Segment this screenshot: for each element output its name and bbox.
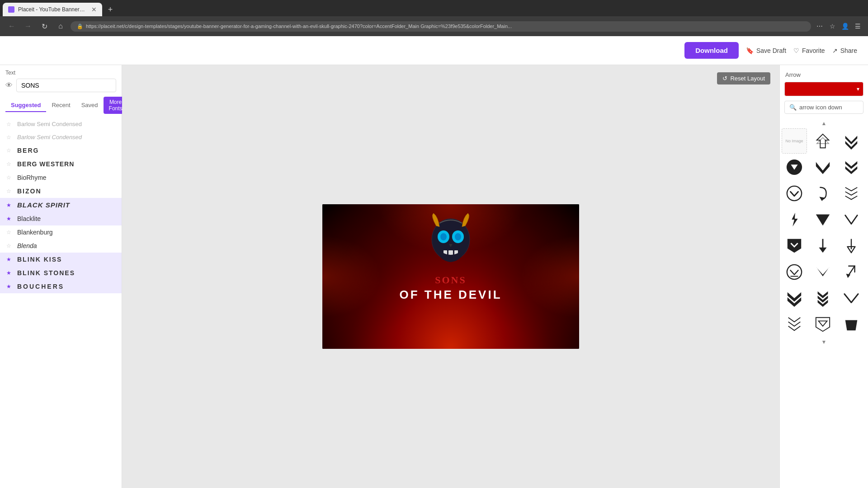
font-item-bizon[interactable]: ☆ BIZON xyxy=(0,184,122,198)
arrow-item-v-outline[interactable] xyxy=(839,286,864,311)
star-icon[interactable]: ☆ xyxy=(6,188,13,194)
star-icon[interactable]: ★ xyxy=(6,202,13,208)
font-item-bouchers[interactable]: ★ BOUCHERS xyxy=(0,280,122,293)
arrow-svg xyxy=(814,185,831,202)
forward-button[interactable]: → xyxy=(22,20,34,33)
arrow-item-triple-chevron-outline-2[interactable] xyxy=(782,312,807,337)
arrow-item-fancy-diagonal-arrow[interactable] xyxy=(839,259,864,285)
font-name: BOUCHERS xyxy=(17,283,64,290)
star-icon[interactable]: ☆ xyxy=(6,243,13,249)
font-item-bergwestern[interactable]: ☆ BERG WESTERN xyxy=(0,157,122,171)
text-input-row: 👁 xyxy=(0,79,122,97)
header-right: Download 🔖 Save Draft ♡ Favorite ↗ Share xyxy=(684,42,857,59)
share-label: Share xyxy=(840,47,857,54)
arrow-svg xyxy=(786,290,803,307)
star-icon[interactable]: ☆ xyxy=(6,161,13,167)
star-icon[interactable]: ★ xyxy=(6,283,13,290)
tab-close-button[interactable]: ✕ xyxy=(91,6,97,13)
text-input[interactable] xyxy=(16,79,116,92)
arrow-item-triangle-solid[interactable] xyxy=(810,207,835,232)
star-icon[interactable]: ☆ xyxy=(6,134,13,141)
bookmark-icon[interactable]: ☆ xyxy=(827,21,837,31)
font-item-biorhyme[interactable]: ☆ BioRhyme xyxy=(0,171,122,184)
font-tabs: Suggested Recent Saved xyxy=(5,99,104,112)
arrow-item-chevron-badge-filled[interactable] xyxy=(782,233,807,258)
address-input[interactable]: 🔒 https://placeit.net/c/design-templates… xyxy=(71,21,811,32)
star-icon[interactable]: ☆ xyxy=(6,121,13,127)
star-icon[interactable]: ☆ xyxy=(6,147,13,154)
favorite-button[interactable]: ♡ Favorite xyxy=(793,47,825,54)
arrow-item-double-triangle-outline[interactable] xyxy=(810,128,835,154)
arrow-item-circle-down-filled[interactable] xyxy=(782,155,807,180)
refresh-button[interactable]: ↻ xyxy=(38,20,51,33)
active-tab[interactable]: Placeit - YouTube Banner Gene... ✕ xyxy=(3,3,102,16)
arrow-search-input[interactable] xyxy=(799,104,859,111)
arrow-item-chevron-simple-outline[interactable] xyxy=(839,207,864,232)
star-icon[interactable]: ☆ xyxy=(6,174,13,181)
font-item-barlow2[interactable]: ☆ Barlow Semi Condensed xyxy=(0,131,122,144)
arrow-svg xyxy=(786,159,803,176)
font-item-blinkstones[interactable]: ★ BLINK STONES xyxy=(0,266,122,280)
svg-marker-35 xyxy=(845,320,858,331)
arrow-item-chevron-double-filled[interactable] xyxy=(839,128,864,154)
star-icon[interactable]: ☆ xyxy=(6,229,13,235)
arrow-item-chevron-v-outline[interactable] xyxy=(810,259,835,285)
arrow-svg xyxy=(814,132,831,150)
address-bar: ← → ↻ ⌂ 🔒 https://placeit.net/c/design-t… xyxy=(0,16,868,36)
reset-layout-button[interactable]: ↺ Reset Layout xyxy=(717,72,770,84)
font-name: Barlow Semi Condensed xyxy=(17,134,82,141)
svg-marker-19 xyxy=(792,213,797,226)
chevron-down-indicator-icon: ▼ xyxy=(821,339,827,345)
eye-icon[interactable]: 👁 xyxy=(5,81,13,89)
font-item-blankenburg[interactable]: ☆ Blankenburg xyxy=(0,225,122,239)
svg-marker-15 xyxy=(845,161,858,169)
arrow-item-circle-chevron-2[interactable] xyxy=(782,259,807,285)
arrow-item-double-chevron-bold[interactable] xyxy=(839,155,864,180)
tab-recent[interactable]: Recent xyxy=(46,99,75,112)
arrow-svg xyxy=(814,159,831,176)
star-icon[interactable]: ★ xyxy=(6,270,13,276)
tab-suggested[interactable]: Suggested xyxy=(5,99,46,112)
new-tab-button[interactable]: + xyxy=(104,3,117,16)
arrow-item-badge-chevron-outline[interactable] xyxy=(810,312,835,337)
home-button[interactable]: ⌂ xyxy=(54,20,67,33)
menu-icon[interactable]: ☰ xyxy=(853,21,863,31)
font-item-blacklite[interactable]: ★ Blacklite xyxy=(0,212,122,225)
arrow-item-triple-chevron-filled[interactable] xyxy=(810,286,835,311)
arrow-item-triple-chevron-outline[interactable] xyxy=(839,181,864,206)
download-button[interactable]: Download xyxy=(684,42,739,59)
back-button[interactable]: ← xyxy=(5,20,18,33)
arrow-item-circle-chevron-outline[interactable] xyxy=(782,181,807,206)
share-button[interactable]: ↗ Share xyxy=(832,47,857,54)
arrow-item-curved-arrow[interactable] xyxy=(810,181,835,206)
arrow-svg xyxy=(843,237,860,254)
arrow-item-chevron-thick-filled[interactable] xyxy=(810,155,835,180)
star-icon[interactable]: ★ xyxy=(6,256,13,263)
profile-icon[interactable]: 👤 xyxy=(840,21,850,31)
svg-marker-34 xyxy=(819,321,827,326)
arrow-item-double-chevron-bold-down[interactable] xyxy=(782,286,807,311)
banner-background: SONS OF THE DEVIL xyxy=(322,204,579,349)
arrow-item-trapezoid[interactable] xyxy=(839,312,864,337)
font-name: BLINK STONES xyxy=(17,269,75,277)
extensions-icon[interactable]: ⋯ xyxy=(815,21,825,31)
color-swatch[interactable]: ▾ xyxy=(784,82,863,96)
font-item-blinkkiss[interactable]: ★ BLINK KISS xyxy=(0,253,122,266)
chevron-up-icon: ▲ xyxy=(821,120,827,127)
arrow-item-lightning-arrow[interactable] xyxy=(782,207,807,232)
arrow-item-arrow-down-outline[interactable] xyxy=(839,233,864,258)
font-panel-header: Suggested Recent Saved More Fonts ✕ xyxy=(0,97,122,117)
arrow-item-arrow-down-simple[interactable] xyxy=(810,233,835,258)
arrow-item-no-image[interactable]: No Image xyxy=(782,128,807,154)
save-draft-button[interactable]: 🔖 Save Draft xyxy=(746,47,786,54)
font-item-berg[interactable]: ☆ BERG xyxy=(0,144,122,157)
tab-title: Placeit - YouTube Banner Gene... xyxy=(18,6,86,13)
main-layout: Text 👁 Suggested Recent Saved More Fonts… xyxy=(0,65,868,488)
tab-saved[interactable]: Saved xyxy=(76,99,104,112)
font-item-blenda[interactable]: ☆ Blenda xyxy=(0,239,122,253)
font-item-barlow1[interactable]: ☆ Barlow Semi Condensed xyxy=(0,117,122,131)
font-item-blackspirit[interactable]: ★ BLACK SPIRIT xyxy=(0,198,122,212)
arrow-svg xyxy=(843,263,860,281)
star-icon[interactable]: ★ xyxy=(6,216,13,222)
svg-marker-27 xyxy=(816,267,830,277)
